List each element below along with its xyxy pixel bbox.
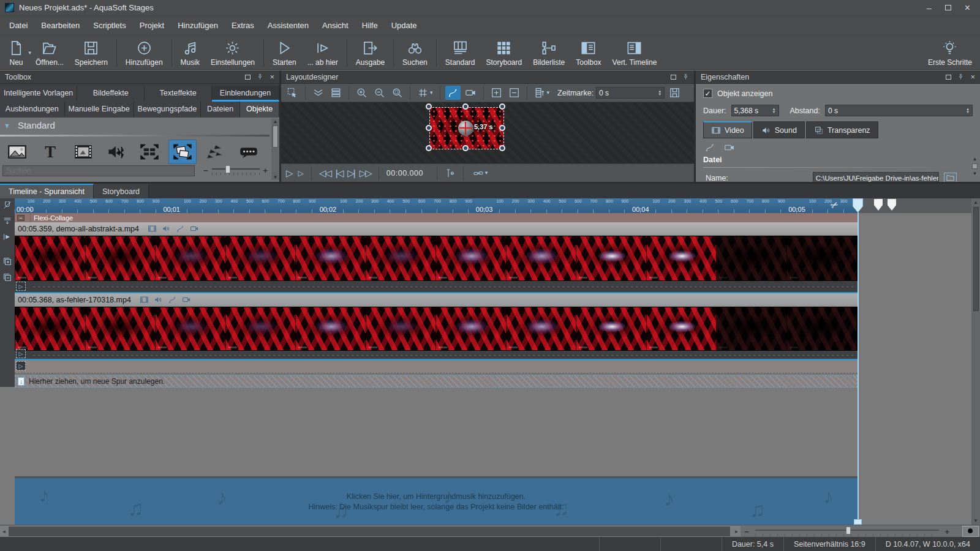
- remove-track-icon[interactable]: [2, 272, 12, 282]
- tab-bildeffekte[interactable]: Bildeffekte: [77, 86, 145, 102]
- tab-storyboard[interactable]: Storyboard: [94, 184, 149, 198]
- object-chapter[interactable]: [135, 140, 164, 164]
- link-objects-icon[interactable]: ▾: [471, 167, 490, 180]
- pin-icon[interactable]: [682, 73, 689, 80]
- restore-icon[interactable]: [671, 75, 676, 80]
- horizontal-scrollbar[interactable]: [8, 526, 733, 537]
- resize-handle-sw[interactable]: [426, 145, 432, 151]
- motion-path-icon[interactable]: [704, 142, 715, 153]
- video-thumbnail[interactable]: [436, 236, 507, 280]
- rewind-button[interactable]: ◁◁: [319, 168, 331, 179]
- music-track[interactable]: Klicken Sie hier, um Hintergrundmusik hi…: [15, 476, 858, 525]
- remove-keyframe-icon[interactable]: [507, 86, 522, 100]
- camera-pan-icon[interactable]: [463, 86, 478, 100]
- timeline-ruler[interactable]: 00:0010020030040050060070080090000:01100…: [15, 198, 858, 213]
- zeitmarke-input[interactable]: 0 s ▲▼: [596, 87, 665, 99]
- clip-header-video1[interactable]: 00:05.359, demo-all-abstrakt-a.mp4: [15, 222, 858, 236]
- play-from-timemark-button[interactable]: ▷: [298, 169, 304, 178]
- menu-item-hinzufuegen[interactable]: Hinzufügen: [172, 18, 224, 33]
- scrollbar-thumb[interactable]: [973, 207, 979, 311]
- object-subtitle[interactable]: [235, 140, 263, 164]
- video-thumbnail[interactable]: [576, 307, 647, 350]
- toolbox-scrollbar[interactable]: ▲ ▼: [271, 119, 279, 180]
- resize-handle-ne[interactable]: [499, 103, 505, 110]
- snap-off-icon[interactable]: [2, 200, 12, 210]
- toolbox-toggle-button[interactable]: Toolbox: [570, 37, 606, 69]
- scroll-up-icon[interactable]: ▲: [273, 119, 278, 124]
- video-thumbnail[interactable]: [86, 307, 156, 350]
- video-thumbnail[interactable]: [15, 236, 86, 280]
- transition-icon[interactable]: ▷: [16, 349, 26, 358]
- resize-handle-nw[interactable]: [426, 103, 432, 110]
- insert-row-icon[interactable]: [2, 216, 12, 226]
- previous-frame-button[interactable]: |◁: [336, 168, 342, 179]
- minimize-icon[interactable]: –: [927, 3, 932, 13]
- selected-object-preview[interactable]: 5,37 s: [430, 108, 503, 149]
- tab-ausblendungen[interactable]: Ausblendungen: [0, 102, 65, 118]
- menu-item-update[interactable]: Update: [386, 18, 423, 33]
- play-from-here-button[interactable]: ... ab hier: [302, 37, 344, 69]
- scroll-down-icon[interactable]: ▼: [973, 171, 978, 176]
- toolbox-search-input[interactable]: [2, 165, 195, 176]
- object-text[interactable]: T: [36, 140, 64, 164]
- start-button[interactable]: Starten: [267, 37, 302, 69]
- output-button[interactable]: Ausgabe: [350, 37, 390, 69]
- file-name-input[interactable]: C:\Users\JU\Freigabe Drive-in\as-fehler-…: [813, 172, 939, 182]
- slider-thumb[interactable]: [846, 527, 851, 534]
- image-list-button[interactable]: Bilderliste: [527, 37, 570, 69]
- menu-item-bearbeiten[interactable]: Bearbeiten: [36, 18, 85, 33]
- tab-transparenz[interactable]: Transparenz: [806, 121, 878, 138]
- pin-icon[interactable]: [257, 73, 263, 80]
- timemark-visibility-icon[interactable]: [445, 168, 456, 179]
- slider-thumb[interactable]: [225, 165, 230, 173]
- tab-bewegungspfade[interactable]: Bewegungspfade: [134, 102, 202, 118]
- zoom-fit-icon[interactable]: [390, 86, 405, 100]
- camera-pan-icon[interactable]: [190, 224, 199, 233]
- center-anchor-handle[interactable]: [458, 121, 473, 136]
- menu-item-extras[interactable]: Extras: [226, 18, 260, 33]
- transition-icon[interactable]: ▷: [16, 282, 26, 291]
- menu-item-hilfe[interactable]: Hilfe: [356, 18, 383, 33]
- menu-item-ansicht[interactable]: Ansicht: [317, 18, 354, 33]
- storyboard-button[interactable]: Storyboard: [481, 37, 528, 69]
- timeline-scrollbar[interactable]: ▲ ▼: [971, 198, 980, 525]
- restore-icon[interactable]: [946, 75, 951, 80]
- video-thumbnail[interactable]: [226, 236, 296, 280]
- tab-video[interactable]: Video: [703, 121, 752, 138]
- show-object-checkbox[interactable]: ✓: [703, 89, 712, 98]
- close-icon[interactable]: ×: [970, 73, 975, 81]
- video-thumbnail[interactable]: [787, 307, 858, 350]
- close-icon[interactable]: ×: [965, 2, 970, 13]
- video-thumbnail[interactable]: [576, 236, 647, 280]
- properties-scrollbar[interactable]: ▲ ▼: [971, 156, 979, 182]
- tab-texteffekte[interactable]: Texteffekte: [145, 86, 212, 102]
- select-tool-icon[interactable]: [285, 86, 300, 100]
- video-thumbnail[interactable]: [15, 307, 86, 350]
- zoom-out-icon[interactable]: [372, 86, 387, 100]
- menu-item-datei[interactable]: Datei: [4, 18, 33, 33]
- tab-objekte[interactable]: Objekte: [240, 102, 279, 118]
- spinner-down-icon[interactable]: ▼: [658, 93, 662, 96]
- video-thumbnail[interactable]: [717, 236, 787, 280]
- object-particles[interactable]: [202, 140, 230, 164]
- maximize-icon[interactable]: [945, 5, 951, 10]
- open-button[interactable]: Öffnen...: [30, 37, 69, 69]
- video-thumbnail[interactable]: [436, 307, 507, 350]
- scrollbar-thumb[interactable]: [273, 126, 278, 148]
- tab-manuelle-eingabe[interactable]: Manuelle Eingabe: [65, 102, 134, 118]
- scroll-up-icon[interactable]: ▲: [973, 200, 978, 205]
- motion-path-icon[interactable]: [176, 224, 185, 233]
- timeline-zoom-slider[interactable]: [755, 527, 939, 536]
- restore-icon[interactable]: [245, 75, 251, 80]
- video-thumbnail[interactable]: [86, 236, 156, 280]
- video-thumbnail[interactable]: [647, 307, 717, 350]
- collapse-track-icon[interactable]: −: [17, 215, 24, 221]
- object-video[interactable]: [69, 140, 97, 164]
- menu-item-projekt[interactable]: Projekt: [134, 18, 170, 33]
- menu-item-assistenten[interactable]: Assistenten: [262, 18, 314, 33]
- music-button[interactable]: Musik: [175, 37, 205, 69]
- zoom-in-icon[interactable]: [354, 86, 369, 100]
- close-icon[interactable]: ×: [270, 73, 274, 81]
- vert-timeline-button[interactable]: Vert. Timeline: [607, 37, 663, 69]
- scroll-up-icon[interactable]: ▲: [973, 156, 978, 162]
